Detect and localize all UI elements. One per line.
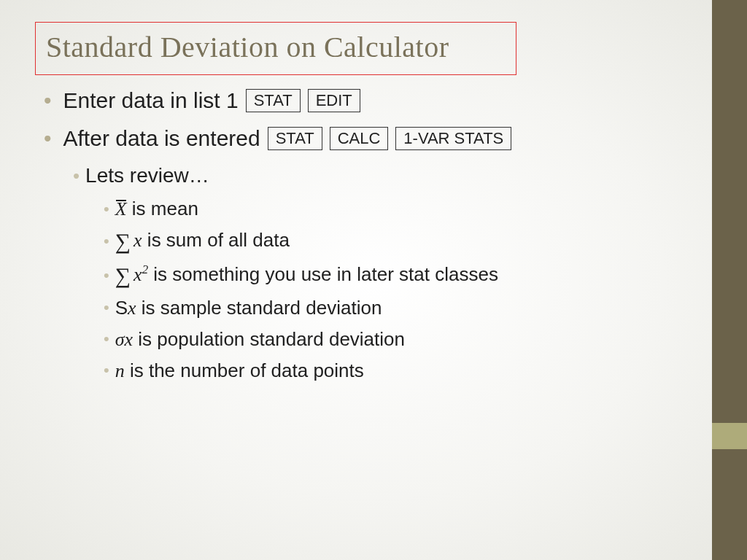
key-stat-2: STAT	[268, 127, 322, 150]
key-stat-1: STAT	[246, 89, 301, 112]
x-symbol: x	[133, 264, 142, 285]
item-sum-text: ∑x is sum of all data	[115, 229, 290, 254]
bullet-dot-icon: •	[104, 233, 109, 249]
item-sumsq: • ∑x2 is something you use in later stat…	[104, 262, 692, 288]
bullet-line-2: • After data is entered STAT CALC 1-VAR …	[44, 126, 692, 151]
bullet-dot-icon: •	[104, 331, 109, 347]
key-calc: CALC	[330, 127, 389, 150]
slide-content: Standard Deviation on Calculator • Enter…	[35, 22, 692, 391]
bullet-dot-icon: •	[104, 362, 109, 378]
line2-text: After data is entered	[63, 126, 260, 151]
sigma-sum-icon: ∑	[115, 263, 131, 288]
sidebar-accent	[712, 423, 747, 449]
key-1var: 1-VAR STATS	[395, 127, 511, 150]
item-sumsq-text: ∑x2 is something you use in later stat c…	[115, 262, 498, 288]
bullet-dot-icon: •	[104, 201, 109, 217]
squared-symbol: 2	[142, 262, 148, 276]
n-label: is the number of data points	[125, 359, 364, 381]
bullet-dot-icon: •	[44, 90, 52, 112]
sx-label: is sample standard deviation	[136, 297, 382, 319]
item-sigmax: • σx is population standard deviation	[104, 328, 692, 351]
x-symbol: x	[133, 230, 142, 251]
bullet-dot-icon: •	[104, 300, 109, 316]
bullet-dot-icon: •	[44, 128, 52, 149]
item-mean: • X is mean	[104, 198, 692, 220]
review-intro-row: • Lets review…	[73, 164, 692, 187]
bullet-dot-icon: •	[73, 166, 80, 185]
sigmax-label: is population standard deviation	[133, 328, 405, 350]
item-sum: • ∑x is sum of all data	[104, 229, 692, 254]
sx-var: x	[128, 298, 136, 319]
title-box: Standard Deviation on Calculator	[35, 22, 516, 75]
item-sx: • Sx is sample standard deviation	[104, 297, 692, 319]
review-intro: Lets review…	[85, 164, 209, 187]
key-edit: EDIT	[308, 89, 360, 112]
n-var: n	[115, 360, 125, 381]
item-mean-text: X is mean	[115, 198, 198, 220]
item-sx-text: Sx is sample standard deviation	[115, 297, 382, 319]
content-area: • Enter data in list 1 STAT EDIT • After…	[35, 88, 692, 382]
sigma-greek-symbol: σx	[115, 329, 133, 350]
item-n: • n is the number of data points	[104, 359, 692, 382]
sum-label: is sum of all data	[142, 229, 290, 251]
item-sigmax-text: σx is population standard deviation	[115, 328, 405, 351]
sx-prefix: S	[115, 297, 128, 319]
bullet-dot-icon: •	[104, 268, 109, 284]
mean-label: is mean	[127, 198, 198, 219]
line1-text: Enter data in list 1	[63, 88, 239, 113]
sigma-sum-icon: ∑	[115, 229, 131, 254]
xbar-symbol: X	[115, 198, 127, 220]
sumsq-label: is something you use in later stat class…	[148, 263, 498, 285]
slide-title: Standard Deviation on Calculator	[46, 30, 506, 64]
slide-sidebar	[712, 0, 747, 560]
bullet-line-1: • Enter data in list 1 STAT EDIT	[44, 88, 692, 113]
item-n-text: n is the number of data points	[115, 359, 364, 382]
